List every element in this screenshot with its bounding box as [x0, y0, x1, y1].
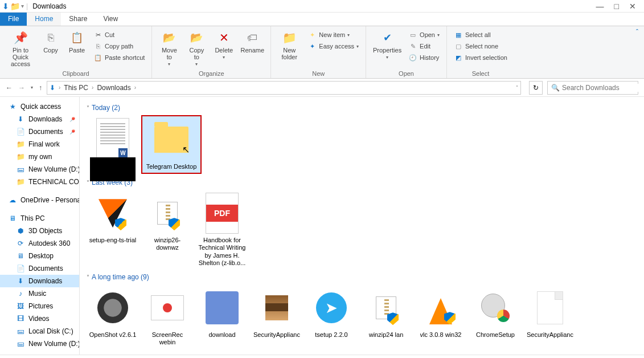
thumbnail [90, 287, 136, 329]
drive-icon: 🖴 [16, 339, 25, 348]
copy-button[interactable]: ⎘ Copy [39, 29, 63, 54]
nav-up-button[interactable]: ↑ [39, 84, 42, 92]
pin-to-quick-access-button[interactable]: 📌 Pin to Quick access [5, 29, 36, 67]
search-input[interactable] [562, 84, 644, 92]
sidebar-item[interactable]: 📁my own [0, 150, 79, 163]
move-to-button[interactable]: 📂 Move to ▾ [157, 29, 182, 67]
file-item[interactable]: setup-eng-ts-trial [87, 190, 139, 268]
tab-view[interactable]: View [95, 13, 126, 26]
sidebar-item[interactable]: 🖥Desktop [0, 250, 79, 262]
sidebar-item[interactable]: ⬇Downloads [0, 275, 79, 287]
address-bar[interactable]: ⬇ › This PC › Downloads › ˅ [47, 81, 521, 95]
sidebar-onedrive[interactable]: ☁OneDrive - Personal [0, 194, 79, 206]
ribbon-collapse-button[interactable]: ˆ [630, 26, 644, 78]
thumbnail [363, 287, 409, 329]
thumbnail: PDF [199, 192, 245, 234]
file-item[interactable]: ChromeSetup [469, 284, 522, 348]
sidebar-item[interactable]: 📄Documents📍 [0, 125, 79, 138]
recent-locations-button[interactable]: ▾ [31, 85, 33, 90]
rename-button[interactable]: 🏷 Rename [239, 29, 266, 54]
sidebar-item[interactable]: 📄Documents [0, 262, 79, 275]
delete-button[interactable]: ✕ Delete ▾ [211, 29, 236, 60]
file-item[interactable]: SecurityApplianc [524, 284, 576, 348]
refresh-button[interactable]: ↻ [529, 81, 543, 95]
file-item[interactable]: winzip24 lan [360, 284, 412, 348]
select-none-button[interactable]: ▢Select none [452, 41, 510, 51]
sidebar-item[interactable]: 📁Final work [0, 138, 79, 150]
open-icon: ▭ [408, 30, 417, 39]
chevron-down-icon: ˅ [87, 105, 89, 111]
cut-icon: ✂ [93, 30, 102, 39]
file-item[interactable]: ➤tsetup 2.2.0 [305, 284, 358, 348]
group-header[interactable]: ˅A long time ago (9) [87, 273, 637, 281]
copy-to-button[interactable]: 📂 Copy to ▾ [184, 29, 209, 67]
search-box[interactable]: 🔍 [547, 81, 638, 95]
file-item[interactable]: OpenShot v2.6.1 [87, 284, 139, 348]
history-button[interactable]: 🕘History [406, 52, 442, 63]
file-item[interactable]: ScreenRec webin [141, 284, 194, 348]
ribbon-group-new: 📁 New folder ✦New item ▾ ✦Easy access ▾ … [271, 26, 366, 78]
file-name: setup-eng-ts-trial [89, 237, 137, 244]
file-name: Telegram Desktop [146, 163, 197, 170]
file-item[interactable]: vlc 3.0.8 win32 [415, 284, 467, 348]
file-item[interactable]: winzip26-downwz [141, 190, 194, 268]
title-bar: ⬇ 📁 ▾ | Downloads — □ ✕ [0, 0, 644, 13]
invert-selection-button[interactable]: ◩Invert selection [452, 52, 510, 63]
sidebar-item[interactable]: 🖼Pictures [0, 300, 79, 312]
paste-shortcut-icon: 📋 [93, 53, 102, 62]
cloud-icon: ☁ [8, 196, 17, 205]
ribbon: 📌 Pin to Quick access ⎘ Copy 📋 Paste ✂Cu… [0, 26, 644, 79]
select-all-button[interactable]: ▦Select all [452, 30, 510, 40]
down-arrow-icon: ⬇ [2, 2, 9, 11]
sidebar-item[interactable]: ⟳Autodesk 360 [0, 237, 79, 250]
chevron-down-icon: ▾ [437, 32, 440, 38]
new-item-button[interactable]: ✦New item ▾ [305, 30, 361, 40]
sidebar-item[interactable]: 🖴New Volume (D:) [0, 163, 79, 176]
tab-share[interactable]: Share [61, 13, 95, 26]
navigation-pane: ★Quick access ⬇Downloads📍📄Documents📍📁Fin… [0, 97, 80, 355]
sidebar-this-pc[interactable]: 🖥This PC [0, 212, 79, 225]
file-item[interactable]: Telegram Desktop [141, 115, 202, 174]
tab-home[interactable]: Home [27, 13, 61, 26]
nav-forward-button[interactable]: → [18, 84, 25, 92]
edit-button[interactable]: ✎Edit [406, 41, 442, 51]
group-header[interactable]: ˅Last week (3) [87, 178, 637, 186]
drive-icon: ⬇ [50, 84, 55, 92]
easy-access-button[interactable]: ✦Easy access ▾ [305, 41, 361, 51]
tab-file[interactable]: File [0, 13, 27, 26]
sidebar-quick-access[interactable]: ★Quick access [0, 100, 79, 113]
maximize-button[interactable]: □ [614, 2, 619, 11]
minimize-button[interactable]: — [596, 2, 604, 11]
overflow-icon[interactable]: ▾ [21, 3, 24, 9]
sidebar-item[interactable]: ⬢3D Objects [0, 225, 79, 237]
breadcrumb[interactable]: Downloads [97, 84, 130, 92]
folder-icon: 📁 [16, 177, 25, 186]
copy-path-button[interactable]: ⎘Copy path [91, 41, 147, 51]
cut-button[interactable]: ✂Cut [91, 30, 147, 40]
select-none-icon: ▢ [454, 42, 463, 51]
chevron-down-icon: ˅ [87, 274, 89, 280]
file-item[interactable]: download [196, 284, 248, 348]
sidebar-item[interactable]: ♪Music [0, 287, 79, 300]
delete-icon: ✕ [216, 30, 232, 46]
file-name: Handbook for Technical Writing by James … [198, 237, 246, 266]
properties-button[interactable]: ✔ Properties ▾ [371, 29, 404, 60]
sidebar-item[interactable]: 🖴New Volume (D:) [0, 337, 79, 350]
paste-button[interactable]: 📋 Paste [65, 29, 89, 54]
history-dropdown-button[interactable]: ˅ [516, 85, 518, 90]
open-button[interactable]: ▭Open ▾ [406, 30, 442, 40]
sidebar-item[interactable]: 📁TECHNICAL CONTE [0, 176, 79, 188]
file-item[interactable]: SecurityApplianc [251, 284, 303, 348]
sidebar-item[interactable]: ⬇Downloads📍 [0, 113, 79, 125]
group-header[interactable]: ˅Today (2) [87, 104, 637, 112]
nav-back-button[interactable]: ← [6, 84, 13, 92]
sidebar-item[interactable]: 🖴Local Disk (C:) [0, 325, 79, 337]
file-item[interactable]: PDFHandbook for Technical Writing by Jam… [196, 190, 248, 268]
new-folder-button[interactable]: 📁 New folder [276, 29, 303, 60]
rename-icon: 🏷 [244, 30, 260, 46]
close-button[interactable]: ✕ [629, 2, 636, 11]
history-icon: 🕘 [408, 53, 417, 62]
sidebar-item[interactable]: 🎞Videos [0, 312, 79, 325]
breadcrumb[interactable]: This PC [64, 84, 88, 92]
paste-shortcut-button[interactable]: 📋Paste shortcut [91, 52, 147, 63]
